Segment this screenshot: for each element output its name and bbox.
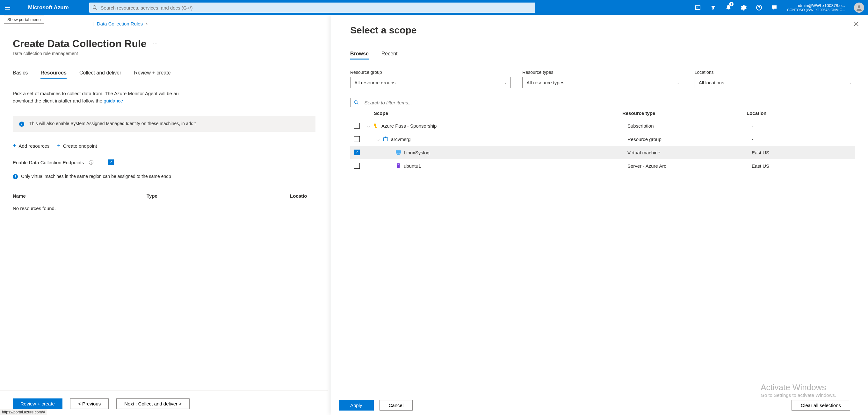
row-checkbox[interactable] (354, 136, 360, 142)
cloud-shell-button[interactable] (690, 0, 706, 15)
chevron-down-icon: ⌵ (849, 81, 851, 84)
hamburger-button[interactable] (0, 0, 15, 15)
panel-tab-browse[interactable]: Browse (350, 51, 369, 60)
scope-row-vm[interactable]: LinuxSyslog Virtual machine East US (350, 146, 855, 159)
info-banner: i This will also enable System Assigned … (13, 116, 315, 132)
description-text: Pick a set of machines to collect data f… (13, 90, 315, 104)
create-endpoint-button[interactable]: + Create endpoint (57, 143, 97, 149)
filter-row: Resource group All resource groups ⌵ Res… (350, 70, 855, 88)
col-type: Type (147, 193, 290, 199)
help-button[interactable] (751, 0, 767, 15)
scope-table-header: Scope Resource type Location (350, 107, 855, 119)
row-name: arcvmsrg (391, 137, 411, 142)
cancel-button[interactable]: Cancel (379, 400, 413, 411)
wizard-tabs: Basics Resources Collect and deliver Rev… (13, 70, 315, 79)
wizard-footer: Review + create < Previous Next : Collec… (0, 390, 328, 411)
scope-col-scope: Scope (374, 110, 622, 116)
apply-button[interactable]: Apply (339, 400, 374, 411)
chevron-down-icon[interactable]: ⌵ (366, 123, 371, 129)
notifications-button[interactable]: 1 (721, 0, 736, 15)
tab-collect[interactable]: Collect and deliver (79, 70, 121, 79)
chevron-down-icon[interactable]: ⌵ (376, 136, 380, 142)
row-checkbox[interactable] (354, 149, 360, 155)
scope-col-type: Resource type (622, 110, 747, 116)
page-subtitle: Data collection rule management (13, 51, 315, 56)
status-url: https://portal.azure.com/# (0, 409, 47, 415)
resource-group-icon (383, 136, 389, 142)
row-location: East US (752, 163, 769, 169)
info-icon: i (19, 122, 24, 127)
account-email: admin@WWLx100378.o... (787, 3, 845, 8)
topbar-right: 1 admin@WWLx100378.o... CONTOSO (WWLX100… (690, 0, 868, 15)
resources-empty: No resources found. (13, 201, 315, 215)
previous-button[interactable]: < Previous (70, 399, 108, 409)
review-create-button[interactable]: Review + create (13, 399, 62, 409)
add-resources-button[interactable]: + Add resources (13, 143, 50, 149)
row-checkbox[interactable] (354, 163, 360, 169)
svg-point-0 (858, 5, 860, 8)
brand-label[interactable]: Microsoft Azure (15, 4, 75, 11)
account-tenant: CONTOSO (WWLX100378.ONMIC... (787, 8, 845, 12)
row-location: - (752, 123, 753, 129)
row-checkbox[interactable] (354, 123, 360, 129)
help-info-icon[interactable]: i (89, 160, 93, 165)
notifications-badge: 1 (729, 2, 734, 6)
chevron-down-icon: ⌵ (677, 81, 679, 84)
row-type: Resource group (627, 137, 752, 142)
account-info[interactable]: admin@WWLx100378.o... CONTOSO (WWLX10037… (782, 3, 850, 12)
feedback-button[interactable] (767, 0, 782, 15)
tab-resources[interactable]: Resources (40, 70, 67, 79)
scope-row-subscription[interactable]: ⌵ Azure Pass - Sponsorship Subscription … (350, 119, 855, 132)
scope-search-input[interactable] (364, 100, 852, 106)
scope-table: Scope Resource type Location ⌵ Azure Pas… (350, 107, 855, 172)
enable-endpoints-row: Enable Data Collection Endpoints i (13, 160, 315, 165)
row-type: Virtual machine (627, 150, 752, 155)
plus-icon: + (13, 143, 16, 149)
global-search[interactable] (89, 3, 535, 13)
clear-selections-button[interactable]: Clear all selections (792, 400, 850, 411)
search-icon (92, 5, 97, 10)
global-search-input[interactable] (100, 5, 532, 11)
svg-rect-3 (375, 127, 377, 128)
command-bar: + Add resources + Create endpoint (13, 143, 315, 149)
settings-button[interactable] (736, 0, 751, 15)
guidance-link[interactable]: guidance (103, 98, 123, 103)
filter-rg-select[interactable]: All resource groups ⌵ (350, 77, 511, 88)
scope-search[interactable] (350, 98, 855, 107)
svg-rect-7 (398, 153, 399, 154)
directories-button[interactable] (706, 0, 721, 15)
filter-rg-label: Resource group (350, 70, 511, 75)
tab-basics[interactable]: Basics (13, 70, 28, 79)
svg-rect-6 (396, 150, 401, 153)
chevron-right-icon: › (146, 21, 148, 26)
breadcrumb-parent[interactable]: Data Collection Rules (97, 21, 143, 26)
cloud-shell-icon (695, 4, 701, 11)
enable-endpoints-label: Enable Data Collection Endpoints (13, 160, 84, 165)
portal-menu-tooltip: Show portal menu (4, 15, 44, 24)
filter-type-value: All resource types (526, 80, 564, 85)
scope-row-rg[interactable]: ⌵ arcvmsrg Resource group - (350, 132, 855, 146)
more-button[interactable]: ··· (152, 40, 159, 47)
region-note: i Only virtual machines in the same regi… (13, 173, 315, 179)
chevron-down-icon: ⌵ (505, 81, 507, 84)
panel-tabs: Browse Recent (350, 51, 855, 60)
close-icon (853, 21, 859, 27)
avatar[interactable] (854, 3, 864, 13)
scope-row-arc[interactable]: ubuntu1 Server - Azure Arc East US (350, 159, 855, 172)
row-name: LinuxSyslog (404, 150, 430, 155)
row-type: Server - Azure Arc (627, 163, 752, 169)
desc-line1: Pick a set of machines to collect data f… (13, 91, 179, 96)
enable-endpoints-checkbox[interactable] (108, 160, 114, 165)
filter-loc-select[interactable]: All locations ⌵ (695, 77, 855, 88)
key-icon (373, 123, 379, 129)
scope-panel: Select a scope Browse Recent Resource gr… (331, 15, 868, 415)
panel-title: Select a scope (350, 25, 855, 36)
close-button[interactable] (853, 21, 859, 28)
create-endpoint-label: Create endpoint (63, 143, 97, 149)
row-type: Subscription (627, 123, 752, 129)
panel-tab-recent[interactable]: Recent (381, 51, 398, 60)
panel-footer: Apply Cancel Clear all selections (331, 394, 868, 411)
filter-type-select[interactable]: All resource types ⌵ (522, 77, 683, 88)
next-button[interactable]: Next : Collect and deliver > (116, 399, 190, 409)
tab-review[interactable]: Review + create (134, 70, 171, 79)
